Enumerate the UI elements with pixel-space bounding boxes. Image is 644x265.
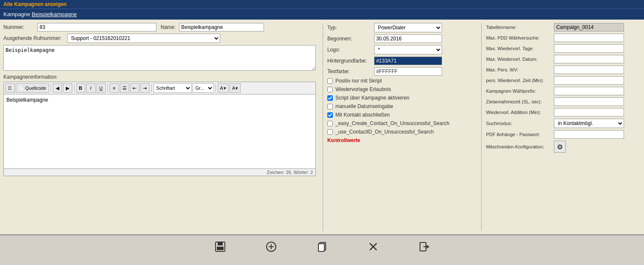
nummer-label: Nummer: — [3, 24, 37, 30]
max-pers-wv-input[interactable] — [554, 66, 624, 74]
kampagnen-waehlprefix-label: Kampagnen Wählprefix: — [486, 88, 554, 94]
font-color-icon: A — [220, 85, 223, 91]
kampagne-label: Kampagne — [3, 11, 30, 17]
max-wv-datum-input[interactable] — [554, 55, 624, 63]
checkbox-cb5[interactable] — [327, 112, 333, 118]
save-button[interactable] — [212, 238, 229, 255]
max-wv-tage-label: Max. Wiedervorl. Tage: — [486, 46, 554, 51]
checkbox-label-cb1: Positiv nur mit Skript — [335, 78, 382, 84]
max-pers-wv-label: Max. Pers. WV: — [486, 67, 554, 72]
textfarbe-label: Textfarbe: — [327, 68, 374, 74]
logo-select[interactable]: * — [374, 45, 442, 54]
logo-label: Logo: — [327, 47, 374, 53]
alle-kampagnen-link[interactable]: Alle Kampagnen anzeigen — [3, 1, 67, 7]
pdf-anhaenge-input[interactable] — [554, 130, 624, 139]
name-input[interactable] — [179, 23, 264, 31]
font-color-button[interactable]: A ▾ — [218, 83, 229, 93]
nummer-input[interactable] — [37, 23, 156, 31]
tabellenname-label: Tabellenname: — [486, 25, 554, 30]
gear-icon: ⚙ — [557, 143, 563, 151]
editor-content[interactable]: Beispielkampagne — [3, 94, 316, 169]
max-wv-tage-input[interactable] — [554, 44, 624, 53]
checkbox-row-4: Mit Kontakt abschließen — [327, 112, 477, 118]
checkbox-row-1: Wiedervorlage Erlaubnis — [327, 86, 477, 92]
size-select[interactable]: Gr... — [193, 83, 214, 93]
ordered-list-button[interactable]: ≡ — [110, 83, 119, 93]
kampagnen-waehlprefix-input[interactable] — [554, 87, 624, 95]
source-label: Quellcode — [25, 85, 46, 91]
unordered-list-button[interactable]: ☰ — [120, 83, 129, 93]
checkbox-row-5: _easy_Create_Contact_On_Unsuccessful_Sea… — [327, 120, 477, 126]
mitschneiden-label: Mitschneiden-Konfiguration: — [486, 144, 554, 149]
checkbox-cb6[interactable] — [327, 121, 333, 126]
checkbox-row-6: _use_ContactID_On_Unsuccessful_Search — [327, 129, 477, 135]
source-icon: 📄 — [18, 85, 24, 91]
checkbox-row-3: manuelle Datumseingabe — [327, 103, 477, 109]
checkbox-cb7[interactable] — [327, 129, 333, 135]
kampagne-name-title[interactable]: Beispielkampagne — [32, 11, 77, 17]
max-wv-datum-label: Max. Wiedervorl. Datum: — [486, 57, 554, 62]
indent-increase-button[interactable]: ⇥ — [140, 83, 150, 93]
outgoing-label: Ausgehende Rufnummer: — [3, 35, 67, 41]
svg-rect-2 — [217, 247, 224, 250]
delete-icon — [367, 241, 379, 253]
checkbox-label-cb2: Wiedervorlage Erlaubnis — [335, 86, 391, 92]
mitschneiden-gear-button[interactable]: ⚙ — [554, 141, 566, 153]
bold-button[interactable]: B — [76, 83, 85, 93]
bg-color-dropdown-icon: ▾ — [235, 85, 238, 91]
new-doc-button[interactable]: 🗋 — [5, 83, 15, 93]
italic-button[interactable]: I — [86, 83, 96, 93]
hintergrundfarbe-input[interactable] — [374, 57, 442, 65]
kampagnen-info-label: Kampagneninformation: — [3, 74, 318, 80]
font-color-dropdown-icon: ▾ — [224, 85, 226, 91]
begonnen-input[interactable] — [374, 34, 442, 43]
max-pdd-label: Max. PDD Wählversuche: — [486, 35, 554, 40]
typ-label: Typ: — [327, 25, 374, 31]
checkbox-label-cb6: _easy_Create_Contact_On_Unsuccessful_Sea… — [335, 120, 449, 126]
max-pdd-input[interactable] — [554, 34, 624, 42]
delete-button[interactable] — [365, 238, 382, 255]
tabellenname-input — [554, 23, 624, 31]
font-select[interactable]: Schriftart — [153, 83, 192, 93]
svg-rect-1 — [218, 242, 223, 245]
name-label: Name: — [161, 24, 176, 30]
source-button[interactable]: 📄 Quellcode — [16, 83, 49, 93]
checkbox-label-cb5: Mit Kontakt abschließen — [335, 112, 390, 118]
add-icon — [265, 241, 277, 253]
redo-button[interactable]: ▶ — [63, 83, 72, 93]
wv-addition-input[interactable] — [554, 108, 624, 117]
checkbox-label-cb4: manuelle Datumseingabe — [335, 103, 393, 109]
zielannahmezeit-input[interactable] — [554, 97, 624, 106]
bg-color-icon: A — [232, 85, 235, 91]
bg-color-button[interactable]: A ▾ — [230, 83, 241, 93]
checkbox-row-2: Script über Kampagne aktivieren — [327, 95, 477, 101]
description-textarea[interactable]: Beispielkampagne — [3, 45, 316, 71]
checkbox-row-0: Positiv nur mit Skript — [327, 78, 477, 84]
textfarbe-input[interactable] — [374, 67, 442, 76]
exit-icon — [418, 241, 430, 253]
checkbox-label-cb3: Script über Kampagne aktivieren — [335, 95, 409, 101]
kontrollwerte-link[interactable]: Kontrollwerte — [327, 137, 360, 143]
undo-button[interactable]: ◀ — [53, 83, 62, 93]
suchmodus-label: Suchmodus: — [486, 121, 554, 126]
save-icon — [214, 241, 226, 253]
svg-rect-7 — [318, 244, 324, 251]
outgoing-select[interactable]: Support - 0215162010221 — [67, 34, 220, 43]
indent-decrease-button[interactable]: ⇤ — [130, 83, 139, 93]
copy-button[interactable] — [314, 238, 331, 255]
editor-statusbar: Zeichen: 26, Wörter: 2 — [3, 169, 316, 176]
copy-icon — [316, 241, 328, 253]
checkbox-cb4[interactable] — [327, 104, 333, 109]
typ-select[interactable]: PowerDialer — [374, 23, 442, 32]
checkbox-cb3[interactable] — [327, 95, 333, 101]
checkbox-cb2[interactable] — [327, 87, 333, 92]
footer-bar — [0, 234, 644, 258]
underline-button[interactable]: U — [96, 83, 106, 93]
checkbox-label-cb7: _use_ContactID_On_Unsuccessful_Search — [335, 129, 434, 135]
checkbox-cb1[interactable] — [327, 78, 333, 84]
suchmodus-select[interactable]: in Kontaktmögl. — [554, 119, 624, 128]
exit-button[interactable] — [416, 238, 433, 255]
add-button[interactable] — [263, 238, 280, 255]
pers-wv-zeit-input[interactable] — [554, 76, 624, 85]
pdf-anhaenge-label: PDF Anhänge - Passwort: — [486, 132, 554, 137]
